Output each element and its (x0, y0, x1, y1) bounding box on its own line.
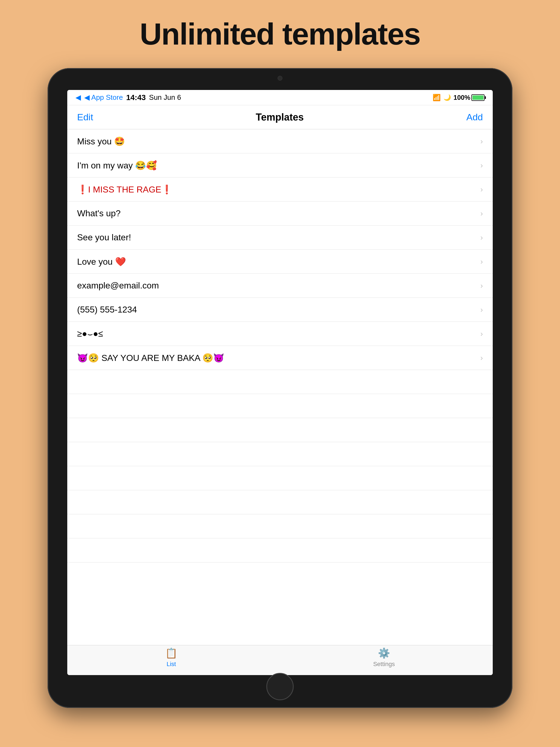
status-bar: ◀ ◀ App Store 14:43 Sun Jun 6 📶 🌙 100% (67, 90, 493, 105)
front-camera (278, 76, 282, 81)
template-text: Miss you 🤩 (77, 136, 478, 147)
list-icon: 📋 (165, 647, 177, 659)
empty-row (67, 490, 493, 514)
empty-row (67, 370, 493, 394)
battery-indicator: 100% (454, 94, 485, 101)
template-text: I'm on my way 😂🥰 (77, 160, 478, 171)
empty-row (67, 442, 493, 466)
template-text: 😈🥺 SAY YOU ARE MY BAKA 🥺😈 (77, 353, 478, 363)
chevron-right-icon: › (480, 281, 483, 290)
settings-icon: ⚙️ (378, 647, 390, 659)
empty-row (67, 514, 493, 538)
list-item[interactable]: 😈🥺 SAY YOU ARE MY BAKA 🥺😈 › (67, 346, 493, 370)
template-text: ≥●⌣●≤ (77, 329, 478, 339)
empty-row (67, 538, 493, 562)
template-text: ❗I MISS THE RAGE❗ (77, 184, 478, 195)
chevron-right-icon: › (480, 185, 483, 194)
ipad-screen: ◀ ◀ App Store 14:43 Sun Jun 6 📶 🌙 100% (67, 90, 493, 675)
list-item[interactable]: example@email.com › (67, 274, 493, 298)
template-text: (555) 555-1234 (77, 305, 478, 315)
tab-list[interactable]: 📋 List (165, 647, 177, 668)
tab-bar: 📋 List ⚙️ Settings (67, 645, 493, 675)
battery-fill (473, 96, 483, 100)
list-item[interactable]: ❗I MISS THE RAGE❗ › (67, 177, 493, 202)
list-item[interactable]: ≥●⌣●≤ › (67, 322, 493, 346)
chevron-right-icon: › (480, 233, 483, 242)
ipad-device: ◀ ◀ App Store 14:43 Sun Jun 6 📶 🌙 100% (48, 68, 512, 708)
chevron-right-icon: › (480, 305, 483, 314)
wifi-icon: 📶 (433, 94, 441, 101)
nav-title: Templates (256, 111, 304, 123)
template-text: example@email.com (77, 281, 478, 291)
add-button[interactable]: Add (466, 112, 483, 123)
chevron-right-icon: › (480, 209, 483, 218)
empty-row (67, 394, 493, 418)
back-arrow-icon[interactable]: ◀ (75, 93, 81, 102)
status-right: 📶 🌙 100% (433, 94, 485, 101)
empty-row (67, 418, 493, 442)
list-item[interactable]: What's up? › (67, 202, 493, 226)
chevron-right-icon: › (480, 137, 483, 146)
list-item[interactable]: I'm on my way 😂🥰 › (67, 153, 493, 177)
home-button[interactable] (266, 673, 294, 700)
list-item[interactable]: (555) 555-1234 › (67, 298, 493, 322)
list-item[interactable]: Miss you 🤩 › (67, 129, 493, 153)
empty-row (67, 466, 493, 490)
chevron-right-icon: › (480, 161, 483, 170)
chevron-right-icon: › (480, 354, 483, 362)
page-headline: Unlimited templates (140, 17, 420, 52)
list-item[interactable]: Love you ❤️ › (67, 250, 493, 274)
tab-settings-label: Settings (373, 661, 395, 668)
tab-list-label: List (167, 661, 176, 668)
status-date: Sun Jun 6 (149, 93, 181, 102)
edit-button[interactable]: Edit (77, 112, 93, 123)
chevron-right-icon: › (480, 257, 483, 266)
dnd-icon: 🌙 (443, 94, 451, 101)
template-text: See you later! (77, 232, 478, 242)
battery-percentage: 100% (454, 94, 470, 101)
chevron-right-icon: › (480, 330, 483, 338)
battery-icon (472, 94, 485, 101)
template-text: What's up? (77, 208, 478, 218)
templates-list: Miss you 🤩 › I'm on my way 😂🥰 › ❗I MISS … (67, 129, 493, 645)
list-item[interactable]: See you later! › (67, 226, 493, 250)
status-left: ◀ ◀ App Store 14:43 Sun Jun 6 (75, 93, 181, 102)
navigation-bar: Edit Templates Add (67, 105, 493, 129)
status-time: 14:43 (126, 93, 146, 102)
app-store-link[interactable]: ◀ App Store (84, 93, 123, 102)
tab-settings[interactable]: ⚙️ Settings (373, 647, 395, 668)
template-text: Love you ❤️ (77, 256, 478, 267)
